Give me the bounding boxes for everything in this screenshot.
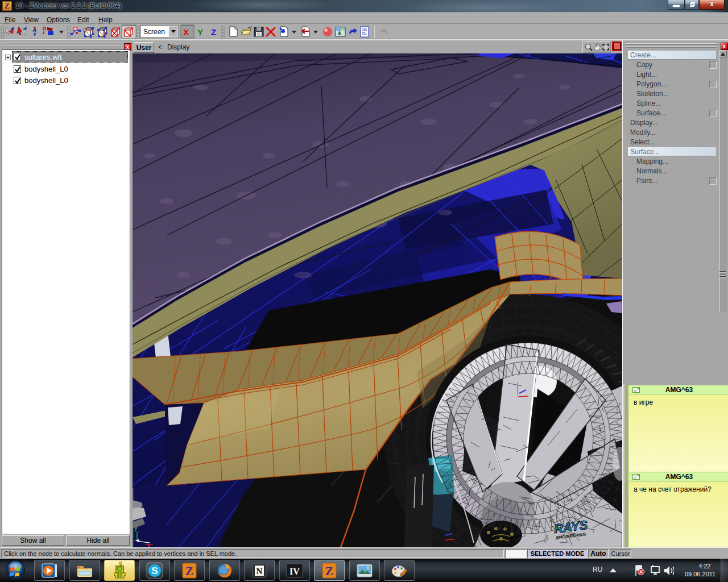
svg-text:IV: IV: [289, 567, 300, 576]
svg-text:Z: Z: [185, 564, 193, 578]
svg-text:X: X: [183, 27, 189, 37]
svg-text:Y: Y: [197, 27, 203, 37]
svg-text:Z: Z: [211, 27, 216, 37]
svg-text:N: N: [257, 567, 263, 576]
svg-text:Screen: Screen: [143, 28, 165, 36]
svg-text:S: S: [151, 566, 158, 576]
svg-text:Z: Z: [325, 564, 333, 578]
